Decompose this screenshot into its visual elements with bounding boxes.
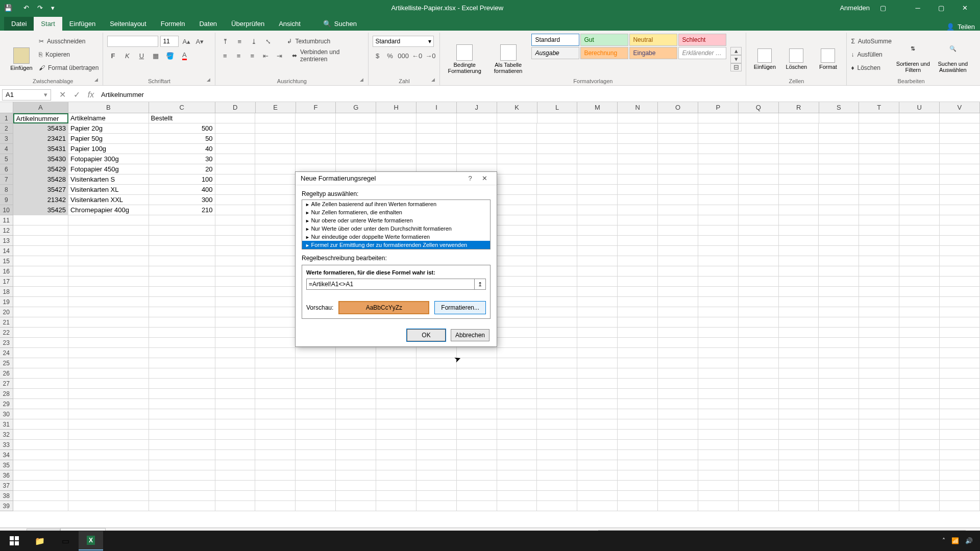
row-header-29[interactable]: 29 (0, 399, 13, 409)
cell[interactable] (779, 287, 819, 297)
cell[interactable] (149, 409, 215, 419)
cell[interactable] (577, 134, 618, 144)
style-eingabe[interactable]: Eingabe (629, 47, 677, 59)
cell[interactable] (255, 389, 296, 399)
cell[interactable] (577, 409, 618, 419)
cell[interactable] (698, 266, 739, 277)
border-button[interactable]: ▦ (150, 50, 161, 61)
cell[interactable] (577, 297, 618, 307)
cell[interactable] (577, 307, 618, 317)
cell[interactable] (940, 266, 980, 277)
cell[interactable] (618, 328, 658, 338)
cell[interactable] (658, 277, 698, 287)
cell[interactable] (739, 470, 779, 481)
row-header-5[interactable]: 5 (0, 154, 13, 164)
cell[interactable] (13, 419, 68, 430)
cell[interactable] (457, 134, 497, 144)
cell[interactable] (658, 297, 698, 307)
cell[interactable] (255, 317, 296, 328)
cell[interactable] (940, 174, 980, 185)
cell[interactable] (457, 419, 497, 430)
cell[interactable] (215, 226, 256, 236)
cell[interactable]: 23421 (13, 134, 68, 144)
cell[interactable] (658, 174, 698, 185)
cell[interactable] (537, 338, 577, 348)
cell[interactable] (819, 113, 860, 123)
cell[interactable] (698, 389, 739, 399)
cell[interactable] (215, 491, 256, 501)
cell[interactable] (698, 174, 739, 185)
cell[interactable] (215, 338, 256, 348)
cell[interactable] (618, 399, 658, 409)
decimal-decrease-icon[interactable]: →0 (425, 50, 435, 61)
cell[interactable] (698, 287, 739, 297)
cell[interactable] (215, 409, 256, 419)
cell[interactable] (739, 246, 779, 256)
col-header-G[interactable]: G (336, 102, 376, 113)
cell[interactable] (618, 307, 658, 317)
col-header-H[interactable]: H (376, 102, 416, 113)
cell[interactable] (899, 246, 940, 256)
cell[interactable] (537, 470, 577, 481)
cell[interactable] (296, 144, 336, 154)
cell[interactable] (779, 368, 819, 379)
cell[interactable]: 35428 (13, 174, 68, 185)
cell[interactable] (577, 338, 618, 348)
cell[interactable] (457, 123, 497, 134)
cell[interactable] (336, 419, 376, 430)
style-up-icon[interactable]: ▴ (730, 47, 742, 55)
col-header-A[interactable]: A (13, 102, 68, 113)
row-header-17[interactable]: 17 (0, 277, 13, 287)
cell[interactable] (215, 123, 256, 134)
col-header-O[interactable]: O (658, 102, 698, 113)
cell[interactable] (819, 144, 859, 154)
enter-formula-icon[interactable]: ✓ (70, 89, 83, 101)
cell[interactable] (899, 389, 940, 399)
col-header-C[interactable]: C (149, 102, 215, 113)
cell[interactable] (779, 113, 819, 123)
cell[interactable] (255, 246, 296, 256)
cell[interactable] (819, 358, 859, 368)
cell[interactable] (296, 154, 336, 164)
cell[interactable]: 100 (149, 174, 215, 185)
cell[interactable] (215, 297, 256, 307)
cell[interactable] (376, 460, 416, 470)
cell[interactable] (255, 174, 296, 185)
cell[interactable] (899, 419, 940, 430)
cell[interactable] (149, 481, 215, 491)
row-header-11[interactable]: 11 (0, 215, 13, 226)
row-header-28[interactable]: 28 (0, 389, 13, 399)
cell[interactable]: Visitenkarten XXL (68, 195, 149, 205)
cell[interactable] (457, 440, 497, 450)
cell[interactable] (899, 338, 940, 348)
cell[interactable] (215, 399, 256, 409)
cell[interactable] (537, 246, 577, 256)
cell[interactable] (899, 348, 940, 358)
cell[interactable] (376, 389, 416, 399)
cell[interactable] (497, 185, 537, 195)
cell[interactable] (537, 460, 577, 470)
cell[interactable] (497, 266, 537, 277)
cell[interactable] (819, 307, 859, 317)
cell[interactable] (940, 256, 980, 266)
cell[interactable] (739, 450, 779, 460)
cell[interactable] (739, 277, 779, 287)
cell[interactable] (416, 379, 457, 389)
cancel-formula-icon[interactable]: ✕ (56, 89, 68, 101)
cell[interactable] (255, 450, 296, 460)
cell[interactable] (255, 348, 296, 358)
cell[interactable] (497, 144, 537, 154)
cell[interactable] (68, 481, 149, 491)
select-all-corner[interactable] (0, 102, 13, 113)
cell[interactable] (376, 440, 416, 450)
cell[interactable] (457, 399, 497, 409)
cell[interactable] (577, 379, 618, 389)
cell[interactable] (739, 123, 779, 134)
cell[interactable] (215, 389, 256, 399)
cell[interactable] (215, 185, 256, 195)
conditional-formatting-button[interactable]: Bedingte Formatierung (444, 34, 485, 84)
cell[interactable] (899, 134, 940, 144)
cell[interactable] (537, 491, 577, 501)
cell[interactable] (296, 409, 336, 419)
cell[interactable] (779, 185, 819, 195)
